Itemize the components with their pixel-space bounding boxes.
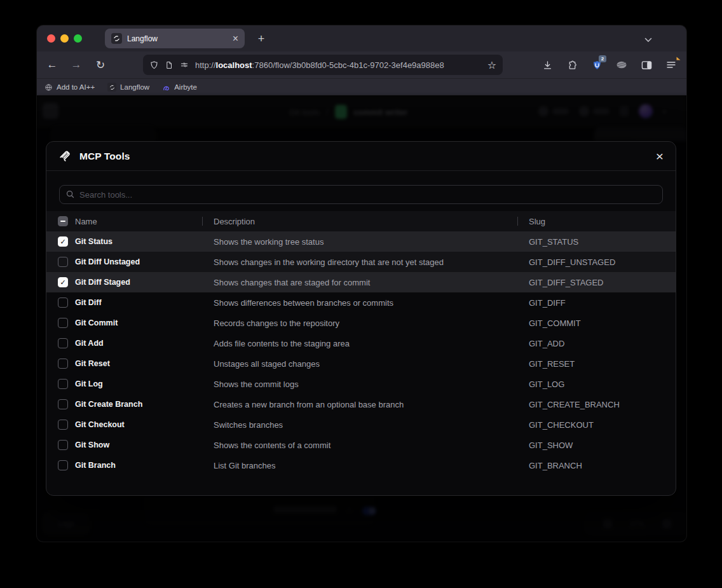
bookmarks-bar: Add to AI++ Langflow Airbyte [37, 78, 686, 95]
table-row[interactable]: Git Diff Shows differences between branc… [46, 292, 676, 313]
column-header-name[interactable]: Name [75, 217, 214, 226]
new-tab-button[interactable]: + [253, 31, 269, 47]
menu-icon[interactable] [665, 58, 678, 71]
tool-description: Shows the working tree status [214, 237, 529, 247]
page-info-icon[interactable] [165, 60, 174, 70]
search-container [59, 185, 663, 204]
tool-description: Records changes to the repository [214, 318, 529, 328]
mcp-icon [58, 149, 72, 163]
tool-description: Switches branches [214, 420, 529, 430]
table-row[interactable]: Git Branch List Git branches GIT_BRANCH [46, 455, 676, 475]
table-row[interactable]: Git Create Branch Creates a new branch f… [46, 394, 676, 414]
downloads-icon[interactable] [541, 58, 554, 71]
tool-description: Shows changes that are staged for commit [214, 278, 529, 287]
airbyte-icon [162, 83, 170, 92]
tool-slug: GIT_COMMIT [529, 318, 676, 328]
update-badge [677, 57, 681, 60]
tool-description: Adds file contents to the staging area [214, 339, 529, 348]
table-row[interactable]: Git Log Shows the commit logs GIT_LOG [46, 374, 676, 394]
close-window-button[interactable] [47, 34, 55, 43]
tool-slug: GIT_ADD [529, 339, 676, 348]
permissions-icon[interactable] [179, 60, 189, 69]
tool-description: Unstages all staged changes [214, 359, 529, 369]
tool-description: Shows the contents of a commit [214, 441, 529, 450]
tool-slug: GIT_SHOW [529, 441, 676, 450]
tool-slug: GIT_DIFF_STAGED [529, 278, 676, 287]
row-checkbox[interactable] [58, 399, 68, 409]
tab-langflow[interactable]: Langflow × [105, 29, 245, 48]
table-row[interactable]: Git Commit Records changes to the reposi… [46, 313, 676, 333]
row-checkbox[interactable] [58, 318, 68, 328]
maximize-window-button[interactable] [74, 34, 82, 43]
extensions-icon[interactable] [566, 58, 578, 71]
row-checkbox[interactable] [58, 359, 68, 369]
ublock-extension-icon[interactable]: 2 [590, 58, 603, 71]
minimize-window-button[interactable] [60, 34, 69, 43]
bookmark-star-icon[interactable]: ☆ [487, 59, 496, 71]
table-row[interactable]: Git Reset Unstages all staged changes GI… [46, 353, 676, 374]
row-checkbox[interactable] [58, 379, 68, 389]
url-bar[interactable]: http://localhost:7860/flow/3b0b8fd0-5cbc… [143, 55, 503, 75]
row-checkbox[interactable] [58, 257, 68, 267]
back-button[interactable]: ← [44, 58, 60, 71]
tab-bar: Langflow × + [37, 25, 686, 51]
column-header-description[interactable]: Description [214, 217, 529, 226]
table-row[interactable]: Git Show Shows the contents of a commit … [46, 435, 676, 455]
bookmark-add-to-ai[interactable]: Add to AI++ [44, 83, 95, 92]
tool-slug: GIT_CREATE_BRANCH [529, 400, 676, 409]
select-all-checkbox[interactable] [58, 216, 68, 226]
tool-name: Git Create Branch [75, 400, 214, 409]
row-checkbox[interactable] [58, 460, 68, 470]
table-row[interactable]: Git Add Adds file contents to the stagin… [46, 333, 676, 353]
row-checkbox[interactable]: ✓ [58, 236, 68, 247]
row-checkbox[interactable] [58, 297, 68, 308]
tool-name: Git Diff Unstaged [75, 257, 214, 266]
tool-slug: GIT_RESET [529, 359, 676, 369]
tool-description: Creates a new branch from an optional ba… [214, 400, 529, 409]
sidebar-toggle-icon[interactable] [640, 58, 653, 71]
browser-toolbar: ← → ↻ http://localhost:7860/flow/3b0b8fd… [37, 51, 686, 78]
tool-name: Git Diff [75, 298, 214, 307]
tool-name: Git Log [75, 379, 214, 388]
tool-name: Git Add [75, 339, 214, 348]
table-header: Name Description Slug [46, 211, 676, 231]
tool-slug: GIT_BRANCH [529, 461, 676, 470]
tool-name: Git Status [75, 237, 214, 246]
url-text: http://localhost:7860/flow/3b0b8fd0-5cbc… [195, 60, 482, 70]
tool-slug: GIT_DIFF_UNSTAGED [529, 257, 676, 267]
screen: Langflow × + ← → ↻ http://localhost:7860… [0, 0, 722, 588]
row-checkbox[interactable] [58, 420, 68, 430]
list-tabs-icon[interactable] [644, 34, 652, 45]
row-checkbox[interactable] [58, 338, 68, 348]
tool-name: Git Diff Staged [75, 278, 214, 287]
table-row[interactable]: ✓ Git Status Shows the working tree stat… [46, 231, 676, 252]
url-host: localhost [216, 60, 252, 70]
tab-title: Langflow [127, 34, 228, 43]
shield-icon[interactable] [149, 60, 159, 70]
tool-slug: GIT_DIFF [529, 298, 676, 308]
globe-icon [44, 83, 53, 92]
bookmark-langflow[interactable]: Langflow [107, 83, 149, 92]
tool-description: Shows changes in the working directory t… [214, 257, 529, 267]
tab-close-icon[interactable]: × [233, 34, 238, 44]
darkmode-extension-icon[interactable] [615, 58, 628, 71]
search-icon [65, 189, 75, 199]
modal-close-button[interactable]: × [656, 149, 664, 163]
tool-name: Git Reset [75, 359, 214, 368]
bookmark-airbyte[interactable]: Airbyte [162, 83, 197, 92]
row-checkbox[interactable]: ✓ [58, 277, 68, 287]
row-checkbox[interactable] [58, 440, 68, 450]
tool-description: Shows the commit logs [214, 379, 529, 389]
table-row[interactable]: Git Diff Unstaged Shows changes in the w… [46, 252, 676, 272]
langflow-favicon-icon [107, 83, 116, 92]
search-tools-input[interactable] [59, 185, 663, 204]
tool-description: Shows differences between branches or co… [214, 298, 529, 308]
tool-slug: GIT_STATUS [529, 237, 676, 247]
table-row[interactable]: ✓ Git Diff Staged Shows changes that are… [46, 272, 676, 292]
table-row[interactable]: Git Checkout Switches branches GIT_CHECK… [46, 414, 676, 435]
forward-button[interactable]: → [69, 58, 84, 71]
reload-button[interactable]: ↻ [93, 58, 108, 72]
tool-slug: GIT_LOG [529, 379, 676, 389]
column-header-slug[interactable]: Slug [529, 217, 676, 226]
ublock-badge: 2 [599, 55, 606, 62]
